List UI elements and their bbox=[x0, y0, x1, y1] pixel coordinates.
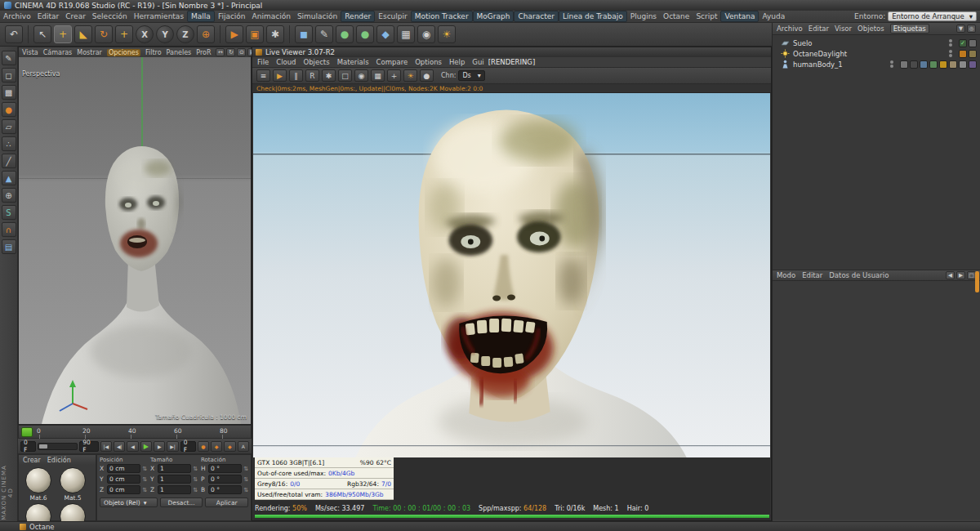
render-settings-icon[interactable]: ✱ bbox=[266, 25, 284, 43]
lock-x-icon[interactable]: X bbox=[136, 25, 154, 43]
make-editable-icon[interactable]: ✎ bbox=[2, 51, 16, 65]
lv-pause-icon[interactable]: ∥ bbox=[289, 69, 303, 82]
live-selection-icon[interactable]: ↖ bbox=[33, 25, 51, 43]
stepper-icon[interactable]: ⇅ bbox=[243, 466, 248, 472]
menu-archivo[interactable]: Archivo bbox=[0, 11, 34, 21]
add-light-icon[interactable]: ☀ bbox=[438, 25, 456, 43]
stepper-icon[interactable]: ⇅ bbox=[243, 487, 248, 493]
om-menu-etiquetas[interactable]: Etiquetas bbox=[890, 24, 929, 33]
model-mode-icon[interactable]: ◻ bbox=[2, 68, 16, 83]
pos-x-field[interactable]: 0 cm bbox=[107, 464, 140, 473]
viewport-menu-paneles[interactable]: Paneles bbox=[167, 49, 192, 56]
lv-options-icon[interactable]: ✱ bbox=[322, 69, 336, 82]
record-position-icon[interactable]: ◆ bbox=[211, 441, 222, 452]
orbit-icon[interactable]: ↻ bbox=[226, 48, 235, 56]
om-menu-visor[interactable]: Visor bbox=[835, 25, 852, 33]
points-mode-icon[interactable]: ∴ bbox=[2, 136, 16, 151]
snap-toggle-icon[interactable]: ∩ bbox=[2, 222, 16, 237]
lv-menu-file[interactable]: File bbox=[257, 58, 269, 66]
scale-z-field[interactable]: 1 bbox=[158, 485, 191, 494]
octane-tag-icon[interactable] bbox=[959, 50, 967, 58]
tag-icon[interactable] bbox=[910, 60, 918, 69]
rotate-tool-icon[interactable]: ↻ bbox=[95, 25, 113, 43]
polygons-mode-icon[interactable]: ▲ bbox=[2, 171, 16, 185]
history-back-icon[interactable]: ◀ bbox=[946, 271, 955, 279]
viewport-menu-filtro[interactable]: Filtro bbox=[145, 49, 162, 56]
tag-icon[interactable] bbox=[939, 60, 947, 69]
coord-mode-dropdown[interactable]: Objeto (Rel) ▾ bbox=[100, 498, 158, 507]
current-frame-marker[interactable] bbox=[21, 427, 33, 437]
scale-y-field[interactable]: 1 bbox=[158, 475, 191, 484]
zoom-icon[interactable]: ⊙ bbox=[237, 48, 246, 56]
material-item[interactable]: Mat.6 bbox=[22, 467, 55, 502]
stepper-icon[interactable]: ⇅ bbox=[243, 476, 248, 483]
menu-malla[interactable]: Malla bbox=[187, 11, 215, 22]
timeline-ruler[interactable]: 0 20 40 60 80 bbox=[18, 425, 252, 439]
materials-menu-crear[interactable]: Crear bbox=[23, 457, 41, 464]
object-row-humanbody[interactable]: humanBody_1 bbox=[773, 59, 980, 69]
pan-icon[interactable]: ↔ bbox=[216, 48, 225, 56]
material-mode-icon[interactable]: ● bbox=[2, 102, 16, 117]
undo-icon[interactable]: ↶ bbox=[5, 25, 23, 43]
render-view-icon[interactable]: ▶ bbox=[225, 25, 243, 43]
stepper-icon[interactable]: ⇅ bbox=[193, 487, 198, 493]
stepper-icon[interactable]: ⇅ bbox=[142, 476, 147, 483]
rot-b-field[interactable]: 0 ° bbox=[208, 485, 242, 494]
viewport-menu-camaras[interactable]: Cámaras bbox=[43, 49, 73, 56]
slider-handle[interactable] bbox=[39, 444, 47, 448]
tag-icon[interactable] bbox=[929, 60, 938, 69]
next-frame-icon[interactable]: ▶ bbox=[154, 441, 165, 452]
last-tool-icon[interactable]: + bbox=[115, 25, 133, 43]
am-menu-editar[interactable]: Editar bbox=[802, 271, 822, 279]
menu-plugins[interactable]: Plugins bbox=[627, 11, 660, 21]
object-name[interactable]: OctaneDaylight bbox=[793, 50, 847, 58]
paint-mode-icon[interactable]: S bbox=[2, 205, 16, 220]
lv-settings-icon[interactable]: ≡ bbox=[256, 69, 270, 82]
lv-region-icon[interactable]: ▦ bbox=[371, 69, 385, 82]
lv-menu-materials[interactable]: Materials bbox=[337, 58, 369, 66]
add-deformer-icon[interactable]: ◆ bbox=[376, 25, 394, 43]
stepper-icon[interactable]: ⇅ bbox=[142, 466, 147, 472]
object-name[interactable]: humanBody_1 bbox=[793, 60, 843, 69]
menu-linea-de-trabajo[interactable]: Línea de Trabajo bbox=[559, 11, 627, 22]
visibility-dots[interactable] bbox=[890, 60, 893, 68]
workplane-mode-icon[interactable]: ▱ bbox=[2, 119, 16, 134]
pos-z-field[interactable]: 0 cm bbox=[107, 485, 140, 494]
tag-icon[interactable] bbox=[969, 60, 977, 69]
object-row-suelo[interactable]: Suelo ✓ bbox=[773, 38, 980, 48]
am-menu-datos[interactable]: Datos de Usuario bbox=[829, 271, 889, 279]
end-frame-field[interactable]: 90 F bbox=[79, 441, 98, 452]
lv-lock-resolution-icon[interactable]: □ bbox=[338, 69, 352, 82]
stepper-icon[interactable]: ⇅ bbox=[142, 487, 147, 493]
stepper-icon[interactable]: ⇅ bbox=[193, 476, 198, 483]
material-thumbnail[interactable] bbox=[25, 467, 51, 493]
om-menu-archivo[interactable]: Archivo bbox=[777, 25, 803, 33]
aplicar-button[interactable]: Aplicar bbox=[205, 498, 248, 507]
menu-motion-tracker[interactable]: Motion Tracker bbox=[411, 11, 473, 22]
position-label[interactable]: Posición bbox=[100, 457, 147, 463]
search-icon[interactable]: ◎ bbox=[967, 25, 976, 33]
lv-camera-icon[interactable]: ◉ bbox=[354, 69, 368, 82]
lv-menu-cloud[interactable]: Cloud bbox=[276, 58, 296, 66]
enabled-check-icon[interactable]: ✓ bbox=[959, 39, 967, 47]
coord-system-icon[interactable]: ⊕ bbox=[197, 25, 215, 43]
frame-range-slider[interactable] bbox=[38, 443, 78, 450]
desactivar-button[interactable]: Desact... bbox=[160, 498, 203, 507]
channel-dropdown[interactable]: Ds ▾ bbox=[458, 70, 484, 81]
menu-fijacion[interactable]: Fijación bbox=[215, 11, 249, 21]
rot-h-field[interactable]: 0 ° bbox=[208, 464, 242, 473]
materials-menu-edicion[interactable]: Edición bbox=[47, 457, 71, 464]
texture-mode-icon[interactable]: ▩ bbox=[2, 85, 16, 100]
menu-character[interactable]: Character bbox=[514, 11, 558, 22]
lv-menu-help[interactable]: Help bbox=[449, 58, 465, 66]
record-keyframe-icon[interactable]: ● bbox=[198, 441, 209, 452]
object-axis-mode-icon[interactable]: ⊕ bbox=[2, 188, 16, 203]
visibility-dots[interactable] bbox=[949, 50, 952, 57]
menu-esculpir[interactable]: Esculpir bbox=[375, 11, 410, 21]
add-generator-icon[interactable]: ● bbox=[336, 25, 354, 43]
add-primitive-icon[interactable]: ◼ bbox=[295, 25, 313, 43]
material-thumbnail[interactable] bbox=[60, 467, 86, 493]
lv-menu-compare[interactable]: Compare bbox=[376, 58, 408, 66]
add-modeling-icon[interactable]: ● bbox=[356, 25, 374, 43]
menu-render[interactable]: Render bbox=[341, 11, 375, 22]
